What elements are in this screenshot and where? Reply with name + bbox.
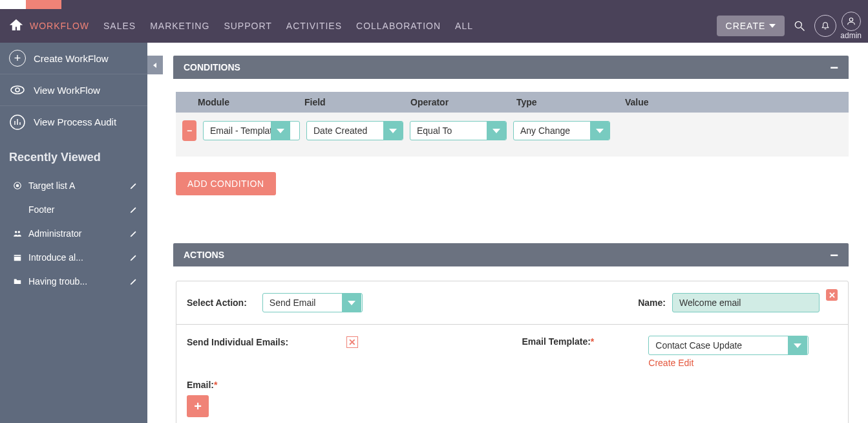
remove-action-icon[interactable]: ✕ [826,289,838,301]
chevron-down-icon [788,336,807,355]
top-tab-strip [0,0,868,9]
pencil-icon[interactable] [129,277,138,286]
svg-point-3 [849,18,852,21]
chevron-down-icon [342,293,361,312]
recent-item[interactable]: Having troub... [0,269,147,293]
create-button[interactable]: CREATE [717,16,785,36]
side-label: View Process Audit [34,116,116,127]
col-operator: Operator [404,97,510,107]
nav-workflow[interactable]: WORKFLOW [30,21,89,31]
recent-label: Target list A [28,180,124,191]
remove-condition-icon[interactable]: − [182,120,196,141]
add-condition-button[interactable]: ADD CONDITION [176,172,276,195]
recent-label: Having troub... [28,276,124,287]
bars-circle-icon [9,114,26,131]
top-tab-active [26,0,61,9]
chevron-down-icon [769,24,776,28]
nav-marketing[interactable]: MARKETING [150,21,209,31]
svg-rect-14 [14,254,21,260]
svg-point-5 [16,88,19,92]
conditions-header: CONDITIONS − [173,56,849,79]
pencil-icon[interactable] [129,253,138,262]
recent-item[interactable]: Footer [0,197,147,221]
send-individual-label: Send Individual Emails: [187,337,288,347]
recent-label: Introduce al... [28,252,124,263]
condition-type-select[interactable]: Any Change [513,121,610,140]
select-value: Email - Templates [204,125,271,136]
create-template-link[interactable]: Create [648,358,675,368]
select-value: Contact Case Update [649,340,788,351]
add-email-button[interactable]: + [187,395,209,417]
action-name-input[interactable] [672,293,820,312]
chevron-down-icon [383,121,403,140]
svg-point-13 [18,230,21,233]
sidebar: + Create WorkFlow View WorkFlow View Pro… [0,43,147,423]
condition-field-select[interactable]: Date Created [306,121,403,140]
conditions-body: Module Field Operator Type Value − Email… [173,79,849,221]
top-navigation: WORKFLOW SALES MARKETING SUPPORT ACTIVIT… [0,9,868,43]
svg-line-1 [801,28,805,31]
sidebar-view-workflow[interactable]: View WorkFlow [0,74,147,106]
sidebar-collapse-icon[interactable] [147,56,163,74]
actions-body: Select Action: Send Email Name: ✕ [173,281,849,423]
email-template-select[interactable]: Contact Case Update [648,336,809,355]
eye-icon [9,81,26,98]
actions-title: ACTIONS [184,250,224,260]
user-menu[interactable]: admin [840,12,862,40]
email-label: Email:* [187,380,217,390]
recent-item[interactable]: Administrator [0,221,147,245]
nav-sales[interactable]: SALES [103,21,136,31]
col-type: Type [510,97,619,107]
recent-label: Footer [28,204,124,215]
conditions-title: CONDITIONS [184,62,240,72]
actions-header: ACTIONS − [173,243,849,266]
folder-icon [12,277,23,286]
select-value: Any Change [514,125,590,136]
email-template-label: Email Template:* [522,336,595,347]
search-icon[interactable] [789,15,810,37]
nav-support[interactable]: SUPPORT [224,21,271,31]
col-field: Field [298,97,404,107]
svg-point-11 [16,184,19,187]
pencil-icon[interactable] [129,181,138,190]
pencil-icon[interactable] [129,229,138,238]
select-value: Send Email [263,298,342,308]
nav-collaboration[interactable]: COLLABORATION [356,21,441,31]
sidebar-view-process-audit[interactable]: View Process Audit [0,106,147,138]
chevron-down-icon [271,121,290,140]
recent-label: Administrator [28,228,124,239]
conditions-header-row: Module Field Operator Type Value [176,92,849,113]
nav-all[interactable]: ALL [455,21,473,31]
collapse-minus-icon[interactable]: − [830,252,838,259]
calendar-icon [12,253,23,262]
select-value: Equal To [410,125,487,136]
target-icon [12,181,23,190]
pencil-icon[interactable] [129,205,138,214]
collapse-minus-icon[interactable]: − [830,64,838,71]
home-icon[interactable] [9,18,25,34]
nav-activities[interactable]: ACTIVITIES [286,21,342,31]
chevron-down-icon [487,121,506,140]
sidebar-create-workflow[interactable]: + Create WorkFlow [0,43,147,74]
send-individual-checkbox[interactable]: ✕ [346,336,358,348]
col-value: Value [619,97,849,107]
recent-item[interactable]: Target list A [0,173,147,197]
chevron-down-icon [590,121,609,140]
select-value: Date Created [307,125,383,136]
notifications-icon[interactable] [814,15,836,37]
select-action-dropdown[interactable]: Send Email [262,293,363,312]
recently-viewed-header: Recently Viewed [0,138,147,173]
condition-module-select[interactable]: Email - Templates [203,121,300,140]
top-tab-blank [0,0,26,9]
recent-item[interactable]: Introduce al... [0,245,147,269]
username-label: admin [840,31,862,40]
condition-operator-select[interactable]: Equal To [410,121,507,140]
edit-template-link[interactable]: Edit [678,358,693,368]
people-icon [12,229,23,238]
svg-point-0 [796,21,802,28]
svg-point-4 [11,86,24,94]
side-label: Create WorkFlow [34,53,109,64]
create-label: CREATE [726,21,766,31]
select-action-label: Select Action: [187,298,247,308]
side-label: View WorkFlow [34,85,100,96]
